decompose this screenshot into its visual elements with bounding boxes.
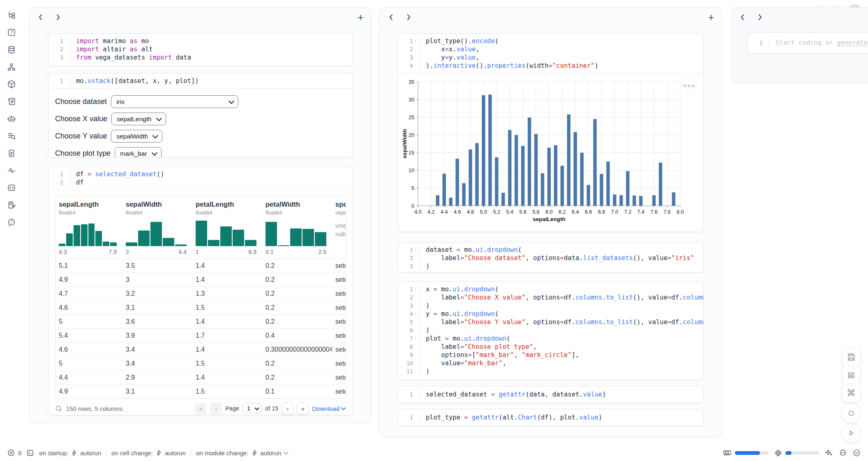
cell-plot-type[interactable]: 1plot_type = getattr(alt.Chart(df), plot… [398,409,704,426]
shortcuts-button[interactable]: ⌘ [842,384,861,403]
svg-text:4.4: 4.4 [441,209,448,215]
table-row[interactable]: 5.13.51.40.2setosa [55,258,346,272]
fold-icon[interactable]: ▾ [413,287,419,291]
on-module-change-config[interactable]: on module change: autorun [196,449,288,456]
column-header[interactable]: sepalWidthfloat6424.4 [122,196,192,258]
svg-text:8.0: 8.0 [676,209,683,215]
column-right-button[interactable] [55,14,62,21]
search-icon[interactable] [55,405,62,412]
download-button[interactable]: Download [312,405,345,412]
logs-icon[interactable] [6,131,17,141]
terminal-icon [26,449,34,457]
help-icon[interactable]: ? [6,217,17,228]
cell-empty[interactable]: 1 Start coding or generate with [748,32,868,54]
generate-link[interactable]: generate [837,39,868,46]
page-select[interactable]: 1 [242,403,262,413]
column-header[interactable]: speciesobjectunique:nulls: [332,196,346,258]
next-page-button[interactable]: › [282,403,293,415]
last-page-button[interactable]: » [297,403,309,415]
cell-xy-plot-dropdowns[interactable]: 1▾x = mo.ui.dropdown(2 label="Choose X v… [398,281,704,380]
x-value-select[interactable]: sepalLength [111,113,166,125]
column-header[interactable]: petalWidthfloat640.12.5 [262,196,332,258]
column-header[interactable]: sepalLengthfloat644.37.9 [55,196,122,258]
cell-vstack[interactable]: 1mo.vstack([dataset, x, y, plot]) Choose… [48,73,353,157]
table-row[interactable]: 53.61.40.2setosa [55,314,346,328]
table-row[interactable]: 4.63.41.40.30000000000000004setosa [55,342,346,356]
cell-dataframe[interactable]: 1df = selected_dataset()2df sepalLengthf… [48,166,353,415]
fold-icon[interactable]: ▾ [413,248,419,252]
code-block-icon[interactable] [6,182,17,193]
svg-text:30: 30 [409,97,414,103]
table-row[interactable]: 4.931.40.2setosa [55,272,346,286]
column-left-button[interactable] [37,14,44,21]
fold-icon[interactable]: ▾ [413,39,419,43]
on-startup-config[interactable]: on startup: autorun [39,449,101,456]
code-line: 1selected_dataset = getattr(data, datase… [398,390,703,399]
table-row[interactable]: 53.41.50.2setosa [55,356,346,370]
add-cell-button[interactable]: + [708,12,714,23]
stop-button[interactable] [841,403,861,423]
errors-indicator[interactable]: 0 [7,449,21,456]
table-row[interactable]: 5.43.91.70.4setosa [55,328,346,342]
dropdown-row-x: Choose X value sepalLength [55,112,346,126]
cell-selected-dataset[interactable]: 1selected_dataset = getattr(data, datase… [398,386,704,403]
cpu-usage[interactable] [774,449,819,457]
bar [606,161,609,206]
functions-icon[interactable]: f [6,27,17,38]
table-footer: 150 rows, 5 columns « ‹ Page 1 of 15 › »… [55,399,345,415]
snippets-icon[interactable] [6,148,17,159]
layout-button[interactable] [842,366,861,385]
code-line: 2import altair as alt [48,45,353,53]
code-line: 2 label="Choose X value", options=df.col… [398,293,703,302]
column-right-button[interactable] [405,14,413,21]
table-row[interactable]: 4.73.21.30.2setosa [55,286,346,300]
ai-assist-button[interactable] [825,449,833,457]
first-page-button[interactable]: « [195,403,207,415]
prev-page-button[interactable]: ‹ [210,403,222,415]
documentation-icon[interactable] [6,96,17,107]
code-line: 10 value="mark_bar", [398,359,703,367]
svg-text:5.4: 5.4 [506,209,513,215]
file-tree-icon[interactable] [6,10,17,21]
datasources-icon[interactable] [6,44,17,55]
x-circle-icon [7,449,15,456]
column-left-button[interactable] [739,14,746,21]
column-header[interactable]: petalLengthfloat6416.9 [192,196,262,258]
cell-imports[interactable]: 1import marimo as mo2import altair as al… [48,33,353,66]
memory-usage[interactable] [723,449,769,456]
plot-type-select[interactable]: mark_bar [115,147,162,157]
cell-dataset-dropdown[interactable]: 1▾dataset = mo.ui.dropdown(2 label="Choo… [398,242,704,272]
dropdown-label: Choose plot type [55,149,111,157]
fold-icon[interactable]: ▾ [413,337,419,341]
cpu-bar [785,451,819,455]
terminal-button[interactable] [26,449,34,457]
svg-text:7.4: 7.4 [637,209,644,215]
add-cell-button[interactable]: + [358,12,364,23]
packages-icon[interactable] [6,79,17,90]
copilot-button[interactable] [839,449,847,457]
altair-chart[interactable]: 051015202530354.04.24.44.64.85.05.25.45.… [402,78,688,228]
tracing-icon[interactable] [6,165,17,176]
bar [508,130,511,206]
scratchpad-icon[interactable] [6,200,17,210]
editor-placeholder[interactable]: Start coding or generate with [769,39,868,47]
dependencies-icon[interactable] [6,62,17,72]
cell-plot[interactable]: 1▾plot_type().encode(2 x=x.value,3 y=y.v… [398,33,704,232]
table-row[interactable]: 4.93.11.50.1setosa [55,384,346,398]
run-button[interactable] [841,423,861,443]
table-row[interactable]: 4.63.11.50.2setosa [55,300,346,314]
code-line: 1mo.vstack([dataset, x, y, plot]) [48,77,353,85]
connection-status[interactable] [853,449,861,457]
chevron-left-icon [389,14,393,21]
on-cell-change-config[interactable]: on cell change: autorun [111,449,186,456]
column-right-button[interactable] [757,14,764,21]
chat-icon[interactable] [6,113,17,124]
dataset-select[interactable]: iris [111,95,238,108]
table-row[interactable]: 4.42.91.40.2setosa [55,370,346,384]
save-button[interactable] [842,348,861,366]
column-left-button[interactable] [387,14,395,21]
fold-icon[interactable]: ▾ [413,312,419,316]
y-value-select[interactable]: sepalWidth [111,130,162,143]
chart-actions-button[interactable]: ●●● [682,78,697,92]
sparkles-icon [825,449,833,457]
